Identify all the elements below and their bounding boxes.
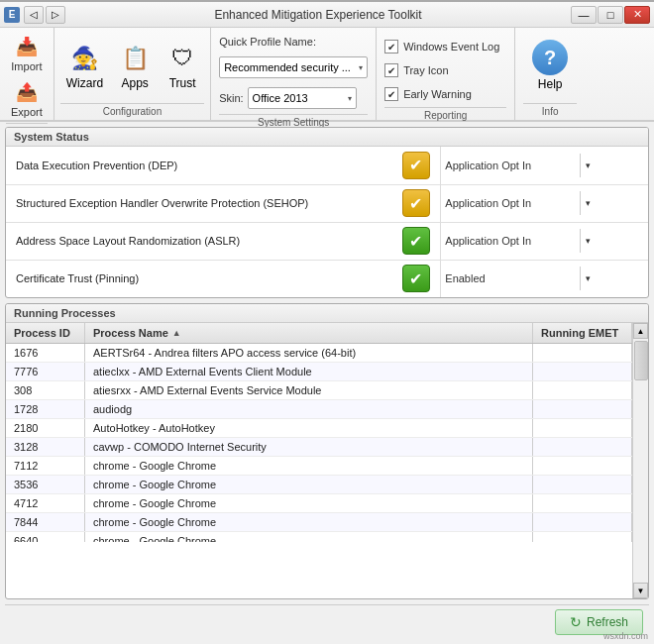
file-group-content: 📥 Import 📤 Export [6,32,48,121]
status-dropdown-cell[interactable]: Application Opt In▾ [441,147,648,184]
process-row[interactable]: 4712chrome - Google Chrome [6,494,632,513]
status-dropdown-arrow[interactable]: ▾ [580,267,596,290]
status-dropdown[interactable]: Application Opt In▾ [441,229,600,253]
import-button[interactable]: 📥 Import [6,32,48,75]
trust-icon: 🛡 [166,43,198,74]
export-icon: 📤 [15,80,39,104]
process-row[interactable]: 7844chrome - Google Chrome [6,513,632,532]
process-name: AERTSr64 - Andrea filters APO access ser… [85,344,533,362]
early-warning-checkbox[interactable]: ✔ [384,87,398,101]
ribbon-group-reporting: ✔ Windows Event Log ✔ Tray Icon ✔ Early … [377,28,515,120]
minimize-button[interactable]: — [571,6,597,24]
status-badge: ✔ [402,189,430,217]
reporting-group-label: Reporting [384,107,506,124]
status-dropdown-cell[interactable]: Application Opt In▾ [441,222,648,260]
col-emet-header: Running EMET [533,323,632,343]
early-warning-label: Early Warning [403,88,472,100]
ribbon-group-system-settings: Quick Profile Name: Recommended security… [211,28,377,120]
help-label: Help [538,77,563,91]
ribbon-group-file: 📥 Import 📤 Export File [0,28,54,120]
windows-event-checkbox[interactable]: ✔ [384,40,398,54]
scrollbar-up-btn[interactable]: ▲ [633,323,648,339]
status-dropdown-arrow[interactable]: ▾ [580,191,596,215]
process-row[interactable]: 7776atieclxx - AMD External Events Clien… [6,363,632,381]
status-icon-cell: ✔ [391,147,441,184]
process-row[interactable]: 308atiesrxx - AMD External Events Servic… [6,381,632,400]
windows-event-row: ✔ Windows Event Log [384,40,499,54]
system-status-title: System Status [6,128,648,147]
process-pid: 3128 [6,438,85,456]
help-icon: ? [532,40,568,75]
ribbon-group-config: 🧙 Wizard 📋 Apps 🛡 Trust Configuration [54,28,211,120]
apps-icon: 📋 [119,43,151,74]
processes-scrollbar[interactable]: ▲ ▼ [632,323,648,598]
process-pid: 4712 [6,494,85,512]
status-dropdown[interactable]: Enabled▾ [441,267,600,290]
status-icon-cell: ✔ [391,260,441,297]
wizard-button[interactable]: 🧙 Wizard [60,39,109,94]
early-warning-row: ✔ Early Warning [384,87,472,101]
process-name: atiesrxx - AMD External Events Service M… [85,381,533,399]
close-button[interactable]: ✕ [624,6,650,24]
process-row[interactable]: 1676AERTSr64 - Andrea filters APO access… [6,344,632,363]
process-emet [533,381,632,399]
status-dropdown[interactable]: Application Opt In▾ [441,154,600,177]
running-processes-section: Running Processes Process ID Process Nam… [5,303,649,599]
refresh-label: Refresh [587,615,628,629]
process-row[interactable]: 3536chrome - Google Chrome [6,476,632,494]
process-name: chrome - Google Chrome [85,532,533,542]
refresh-icon: ↻ [570,614,582,630]
process-row[interactable]: 6640chrome - Google Chrome [6,532,632,542]
scrollbar-thumb[interactable] [634,341,648,380]
quick-profile-arrow: ▾ [359,63,363,72]
info-content: ? Help [523,32,577,101]
running-processes-title: Running Processes [6,304,648,323]
processes-table-container: Process ID Process Name ▲ Running EMET 1… [6,323,648,598]
trust-button[interactable]: 🛡 Trust [161,39,204,94]
status-badge: ✔ [402,265,430,292]
wizard-icon: 🧙 [68,43,100,74]
processes-header: Process ID Process Name ▲ Running EMET [6,323,632,344]
process-row[interactable]: 7112chrome - Google Chrome [6,457,632,476]
skin-dropdown[interactable]: Office 2013 ▾ [248,87,357,109]
process-emet [533,532,632,542]
status-dropdown-cell[interactable]: Application Opt In▾ [441,184,648,222]
maximize-button[interactable]: □ [598,6,623,24]
app-icon-letter: E [9,9,16,20]
process-row[interactable]: 3128cavwp - COMODO Internet Security [6,438,632,457]
status-row: Address Space Layout Randomization (ASLR… [6,222,648,260]
status-dropdown[interactable]: Application Opt In▾ [441,191,600,215]
process-name: audiodg [85,400,533,418]
app-icon: E [4,7,20,23]
process-name: chrome - Google Chrome [85,494,533,512]
process-pid: 6640 [6,532,85,542]
export-button[interactable]: 📤 Export [6,77,48,121]
title-bar-back-btn[interactable]: ◁ [24,6,44,24]
status-badge: ✔ [402,227,430,255]
status-value: Application Opt In [445,197,531,209]
status-dropdown-arrow[interactable]: ▾ [580,229,596,253]
process-emet [533,400,632,418]
config-group-label: Configuration [60,103,204,120]
ribbon: 📥 Import 📤 Export File 🧙 Wizard 📋 Apps [0,28,654,122]
title-bar-forward-btn[interactable]: ▷ [46,6,65,24]
apps-button[interactable]: 📋 Apps [113,39,157,94]
status-dropdown-cell[interactable]: Enabled▾ [441,260,648,297]
status-dropdown-arrow[interactable]: ▾ [580,154,596,177]
ribbon-group-info: ? Help Info [515,28,585,120]
process-emet [533,344,632,362]
scrollbar-down-btn[interactable]: ▼ [633,583,648,598]
processes-rows: 1676AERTSr64 - Andrea filters APO access… [6,344,632,542]
help-button[interactable]: ? Help [526,36,574,95]
process-name: atieclxx - AMD External Events Client Mo… [85,363,533,380]
process-row[interactable]: 2180AutoHotkey - AutoHotkey [6,419,632,438]
process-emet [533,438,632,456]
process-row[interactable]: 1728audiodg [6,400,632,419]
col-name-label: Process Name [93,327,168,339]
reporting-content: ✔ Windows Event Log ✔ Tray Icon ✔ Early … [384,32,506,105]
config-group-content: 🧙 Wizard 📋 Apps 🛡 Trust [60,32,204,101]
quick-profile-dropdown[interactable]: Recommended security ... ▾ [219,56,368,78]
tray-icon-checkbox[interactable]: ✔ [384,63,398,77]
trust-label: Trust [169,76,196,90]
skin-row: Skin: Office 2013 ▾ [219,87,356,109]
